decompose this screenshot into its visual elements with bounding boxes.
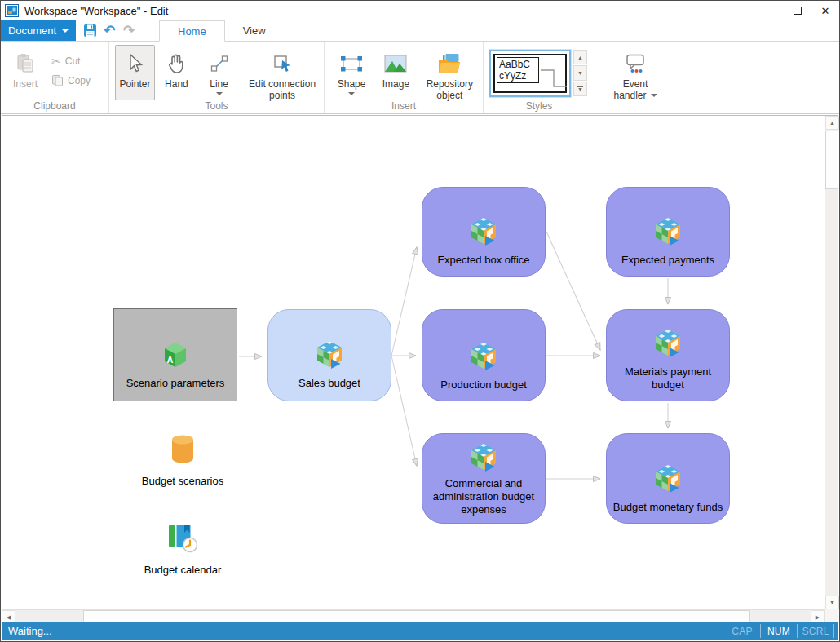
chevron-down-icon <box>651 94 657 97</box>
chevron-down-icon <box>348 92 355 95</box>
database-cylinder-icon <box>169 434 197 467</box>
line-tool-button[interactable]: Line <box>201 45 237 96</box>
triangle-down-icon: ▼ <box>829 600 835 605</box>
triangle-right-icon: ▶ <box>816 614 820 621</box>
node-label: Budget monetary funds <box>610 501 726 514</box>
title-bar: Workspace "Workspace" - Edit ✕ <box>1 1 839 20</box>
undo-button[interactable]: ↶ <box>102 23 117 39</box>
style-step-line <box>495 55 568 96</box>
olap-cube-icon <box>315 340 345 371</box>
parameters-cube-icon: A <box>161 341 189 371</box>
ribbon-group-styles: AaBbC cYyZz ▲ ▼ ▼ Styles <box>484 42 595 113</box>
group-label-insert: Insert <box>325 100 483 112</box>
olap-cube-icon <box>469 342 499 373</box>
ribbon-group-tools: Pointer Hand <box>109 42 325 113</box>
node-commercial-admin-budget-expenses[interactable]: Commercial and administration budget exp… <box>422 433 546 524</box>
olap-cube-icon <box>653 217 683 248</box>
node-budget-monetary-funds[interactable]: Budget monetary funds <box>606 433 730 524</box>
drawing-area[interactable]: A Scenario parameters Sales budget <box>2 116 825 609</box>
copy-label: Copy <box>68 75 91 86</box>
window-title: Workspace "Workspace" - Edit <box>24 5 168 17</box>
event-handler-button[interactable]: Event handler <box>603 45 667 102</box>
node-label: Materials payment budget <box>610 365 726 392</box>
maximize-icon <box>794 7 802 15</box>
node-scenario-parameters[interactable]: A Scenario parameters <box>113 308 237 401</box>
num-lock-indicator: NUM <box>761 622 797 640</box>
cut-button[interactable]: ✂ Cut <box>51 55 91 68</box>
status-message: Waiting... <box>2 625 52 637</box>
triangle-up-icon: ▲ <box>577 55 583 60</box>
chevron-down-icon <box>62 29 69 33</box>
gallery-scroll-down-button[interactable]: ▼ <box>573 65 587 80</box>
vertical-scrollbar[interactable]: ▲ ▼ <box>825 116 838 609</box>
hand-tool-button[interactable]: Hand <box>159 45 194 91</box>
vertical-scrollbar-thumb[interactable] <box>825 131 838 189</box>
gallery-scroll-up-button[interactable]: ▲ <box>573 50 587 64</box>
triangle-up-icon: ▲ <box>829 120 835 126</box>
ribbon-group-insert: Shape Image <box>325 42 484 113</box>
node-expected-payments[interactable]: Expected payments <box>606 187 730 277</box>
status-bar: Waiting... CAP NUM SCRL <box>2 622 838 640</box>
node-expected-box-office[interactable]: Expected box office <box>422 187 546 277</box>
scroll-up-button[interactable]: ▲ <box>825 116 839 130</box>
minimize-button[interactable] <box>756 1 784 20</box>
close-icon: ✕ <box>821 6 830 16</box>
document-menu-button[interactable]: Document <box>1 20 76 41</box>
node-budget-calendar[interactable]: Budget calendar <box>126 523 240 576</box>
node-label: Commercial and administration budget exp… <box>426 477 542 516</box>
scroll-lock-indicator: SCRL <box>798 622 833 640</box>
node-production-budget[interactable]: Production budget <box>422 309 546 401</box>
event-handler-label-2: handler <box>613 90 646 101</box>
shape-label: Shape <box>338 78 366 90</box>
node-materials-payment-budget[interactable]: Materials payment budget <box>606 309 730 401</box>
paste-insert-button[interactable]: Insert <box>4 45 46 91</box>
image-button[interactable]: Image <box>377 45 414 91</box>
event-handler-icon <box>624 51 647 76</box>
tab-view[interactable]: View <box>225 20 284 41</box>
gallery-more-button[interactable]: ▼ <box>573 82 587 96</box>
shape-button[interactable]: Shape <box>331 45 372 96</box>
repository-object-icon <box>436 51 462 76</box>
copy-icon <box>51 74 64 86</box>
triangle-left-icon: ◀ <box>7 614 11 621</box>
hand-icon <box>166 51 186 76</box>
redo-button[interactable]: ↷ <box>122 23 136 39</box>
repository-object-button[interactable]: Repository object <box>420 45 480 102</box>
scroll-down-button[interactable]: ▼ <box>825 596 839 609</box>
edit-connection-points-icon <box>272 51 293 76</box>
minimize-icon <box>765 11 775 11</box>
image-label: Image <box>382 78 409 90</box>
paste-insert-label: Insert <box>13 78 38 90</box>
node-sales-budget[interactable]: Sales budget <box>267 309 391 401</box>
save-button[interactable] <box>82 23 97 39</box>
edit-connection-points-button[interactable]: Edit connection points <box>244 45 321 102</box>
close-button[interactable]: ✕ <box>811 1 839 20</box>
ribbon-tab-row: Document ↶ ↷ Home View <box>1 20 839 42</box>
pointer-icon <box>126 51 144 76</box>
repository-object-label: Repository object <box>427 78 473 101</box>
node-label: Expected payments <box>610 254 726 267</box>
ribbon-group-event-handler: Event handler <box>595 42 674 113</box>
style-gallery: AaBbC cYyZz ▲ ▼ ▼ <box>489 50 587 97</box>
document-menu-label: Document <box>8 24 56 37</box>
paste-icon <box>15 51 35 76</box>
hand-label: Hand <box>165 78 188 90</box>
node-label: Production budget <box>426 379 542 392</box>
group-label-styles: Styles <box>484 100 595 112</box>
pointer-tool-button[interactable]: Pointer <box>115 45 155 100</box>
node-budget-scenarios[interactable]: Budget scenarios <box>126 434 240 487</box>
diagram-canvas[interactable]: A Scenario parameters Sales budget <box>2 115 838 623</box>
app-window: Workspace "Workspace" - Edit ✕ Document <box>0 0 840 642</box>
tab-home[interactable]: Home <box>159 20 225 42</box>
ribbon-group-clipboard: Insert ✂ Cut Copy Clipboard <box>1 42 109 113</box>
quick-access-toolbar: ↶ ↷ <box>82 20 136 41</box>
style-gallery-selected-item[interactable]: AaBbC cYyZz <box>489 50 571 97</box>
node-label: Expected box office <box>426 254 542 267</box>
gallery-more-icon: ▼ <box>577 86 583 91</box>
caps-lock-indicator: CAP <box>724 622 760 640</box>
maximize-button[interactable] <box>784 1 811 20</box>
pointer-label: Pointer <box>119 78 150 90</box>
cut-label: Cut <box>65 55 81 67</box>
olap-cube-icon <box>653 329 683 360</box>
copy-button[interactable]: Copy <box>51 74 91 86</box>
